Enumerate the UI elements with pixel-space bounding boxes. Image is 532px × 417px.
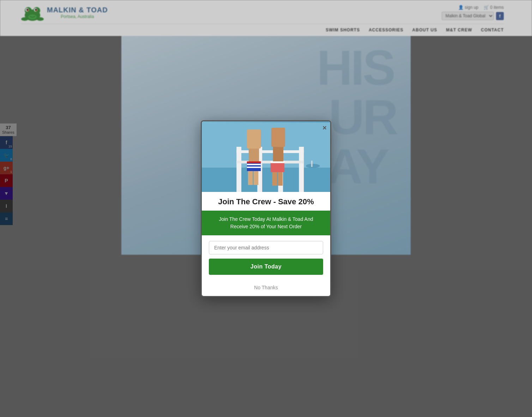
modal-image [202, 121, 330, 192]
modal-offer-text: Join The Crew Today At Malkin & Toad And… [209, 216, 323, 230]
svg-rect-19 [236, 161, 304, 163]
svg-rect-14 [236, 147, 241, 192]
join-today-button[interactable]: Join Today [209, 259, 323, 275]
svg-rect-32 [271, 162, 284, 172]
modal-overlay: MALKIN & TOAD Portsea, Australia 👤 sign … [0, 0, 532, 417]
modal-form: Join Today [202, 235, 330, 280]
svg-rect-33 [271, 161, 284, 163]
modal-offer-section: Join The Crew Today At Malkin & Toad And… [202, 211, 330, 235]
svg-rect-20 [247, 129, 261, 148]
svg-rect-27 [247, 161, 261, 163]
modal-close-button[interactable]: × [322, 124, 327, 131]
svg-rect-26 [247, 167, 261, 168]
svg-point-7 [28, 14, 37, 19]
modal-dialog: × [201, 120, 331, 297]
modal-title: Join The Crew - Save 20% [202, 192, 330, 206]
svg-rect-28 [271, 128, 285, 147]
email-input[interactable] [209, 241, 323, 254]
svg-point-10 [27, 10, 29, 11]
svg-point-34 [306, 164, 320, 168]
svg-rect-18 [236, 150, 304, 153]
svg-rect-25 [247, 164, 261, 165]
no-thanks-link[interactable]: No Thanks [202, 285, 330, 290]
svg-point-8 [21, 17, 28, 21]
svg-rect-17 [299, 147, 304, 192]
svg-point-9 [37, 17, 44, 21]
svg-rect-35 [311, 161, 313, 167]
svg-rect-13 [202, 168, 330, 192]
svg-point-11 [36, 10, 37, 11]
